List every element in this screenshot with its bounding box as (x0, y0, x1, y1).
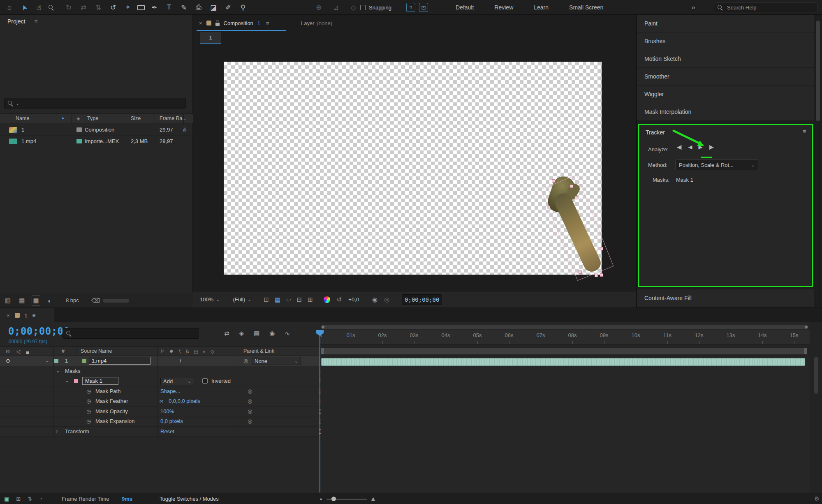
method-dropdown[interactable]: Position, Scale & Rot... ⌄ (675, 160, 758, 170)
column-source-name[interactable]: Source Name (81, 348, 112, 354)
help-search-input[interactable] (726, 4, 814, 11)
snap-beyond-edges-icon[interactable]: ⊡ (419, 3, 428, 12)
scrollbar-thumb[interactable] (816, 21, 820, 121)
expand-transfer-controls-icon[interactable]: ⊞ (16, 496, 21, 502)
panel-menu-icon[interactable]: ≡ (803, 128, 806, 134)
mask-color-swatch[interactable] (74, 379, 78, 383)
interpret-footage-icon[interactable]: ▥ (5, 297, 11, 304)
workspace-learn[interactable]: Learn (534, 4, 549, 11)
clone-stamp-tool-icon[interactable]: ⎙ (193, 3, 204, 12)
snapshot-icon[interactable]: ◉ (372, 296, 377, 303)
property-pickwhip-icon[interactable]: ◎ (248, 408, 252, 414)
grid-and-guides-icon[interactable]: ⊡ (264, 296, 269, 303)
tab-number[interactable]: 1 (257, 20, 260, 26)
group-expand-chevron-icon[interactable]: ⌄ (56, 368, 60, 374)
column-name[interactable]: Name (16, 116, 29, 121)
new-composition-icon[interactable]: ▦ (33, 297, 39, 304)
shy-switch-icon[interactable]: ⚐ (160, 349, 165, 354)
timeline-search-box[interactable] (63, 328, 199, 339)
panel-item-mask-interpolation[interactable]: Mask Interpolation (637, 103, 814, 121)
stopwatch-icon[interactable]: ◷ (86, 408, 91, 414)
analyze-1-frame-backward-button[interactable]: ◀| (677, 144, 681, 150)
transform-reset[interactable]: Reset (160, 428, 174, 435)
mask-vertex-handle[interactable] (600, 247, 603, 250)
mask-vertex-handle[interactable] (595, 274, 598, 277)
project-search-box[interactable]: ⌄ (4, 98, 186, 109)
snapping-checkbox[interactable] (360, 5, 366, 10)
panel-menu-icon[interactable]: ≡ (35, 18, 38, 24)
masks-value[interactable]: Mask 1 (676, 177, 693, 183)
composition-selector-tab[interactable]: 1 (200, 32, 221, 44)
column-type[interactable]: Type (87, 116, 98, 121)
property-row-mask-expansion[interactable]: ◷ Mask Expansion 0,0 pixels ◎ (0, 416, 320, 427)
inverted-checkbox[interactable] (202, 378, 208, 384)
quality-switch[interactable]: / (180, 358, 181, 364)
show-snapshot-icon[interactable]: ◎ (384, 296, 389, 303)
time-ruler[interactable]: 0s01s02s03s04s05s06s07s08s09s10s11s12s13… (320, 330, 810, 344)
time-navigator-bar[interactable] (321, 325, 808, 329)
toggle-switches-modes-button[interactable]: Toggle Switches / Modes (160, 496, 219, 502)
column-size[interactable]: Size (131, 116, 141, 121)
stopwatch-icon[interactable]: ◷ (86, 418, 91, 424)
panel-menu-icon[interactable]: ≡ (266, 20, 269, 26)
pan-behind-tool-icon[interactable]: ⌖ (123, 3, 133, 12)
timeline-composition-tab[interactable]: × 1 ≡ (0, 308, 54, 322)
masks-group-row[interactable]: ⌄ Masks (0, 366, 320, 377)
tab-label[interactable]: 1 (25, 312, 28, 319)
panel-item-content-aware-fill[interactable]: Content-Aware Fill (637, 289, 815, 307)
region-of-interest-icon[interactable]: ⊟ (297, 296, 302, 303)
label-column-icon[interactable]: ◈ (76, 116, 80, 121)
search-options-caret-icon[interactable]: ⌄ (16, 101, 19, 106)
timeline-zoom-handle[interactable] (331, 497, 336, 501)
channel-color-wheel-icon[interactable] (324, 296, 330, 303)
orbit-camera-tool-icon[interactable]: ↻ (63, 3, 74, 12)
group-label[interactable]: Masks (65, 368, 81, 374)
expand-in-out-icon[interactable]: ⇅ (28, 496, 32, 502)
mask-vertex-handle[interactable] (579, 270, 582, 274)
parent-dropdown[interactable]: None ⌄ (252, 357, 301, 365)
navigator-start-handle[interactable] (322, 326, 324, 328)
timeline-search-input[interactable] (74, 330, 195, 337)
mask-expand-chevron-icon[interactable]: ⌄ (65, 378, 69, 384)
horizontal-scrollbar-thumb[interactable] (103, 299, 129, 303)
stopwatch-icon[interactable]: ◷ (86, 398, 91, 404)
snap-features-icon[interactable]: ⌗ (406, 3, 415, 12)
workspace-small-screen[interactable]: Small Screen (569, 4, 603, 11)
panel-item-brushes[interactable]: Brushes (637, 32, 814, 50)
mask-vertex-handle[interactable] (547, 206, 550, 209)
effects-switch-icon[interactable]: fx (185, 349, 189, 355)
magnification-dropdown[interactable]: 100%⌄ (200, 296, 220, 303)
work-area-end-handle[interactable] (804, 348, 807, 354)
column-frame-rate[interactable]: Frame Ra... (160, 116, 187, 121)
property-row-mask-opacity[interactable]: ◷ Mask Opacity 100% ◎ (0, 407, 320, 417)
selection-tool-icon[interactable]: ➤ (18, 1, 30, 14)
rotation-tool-icon[interactable]: ↺ (108, 3, 118, 12)
mask-vertex-handle[interactable] (600, 273, 603, 277)
transparency-grid-icon[interactable]: ▦ (275, 296, 280, 303)
mask-vertex-handle[interactable] (552, 179, 555, 183)
graph-editor-icon[interactable]: ∿ (285, 330, 290, 337)
type-tool-icon[interactable]: T (164, 3, 174, 12)
property-value[interactable]: 100% (160, 408, 174, 414)
work-area-bar[interactable] (321, 348, 807, 354)
project-search-input[interactable] (22, 100, 182, 107)
group-label[interactable]: Transform (65, 428, 89, 435)
zoom-in-mountain-icon[interactable]: ▲ (370, 495, 376, 502)
axis-local-icon[interactable]: ⊕ (313, 3, 324, 12)
draft-3d-icon[interactable]: ◈ (239, 330, 244, 337)
used-in-icon[interactable]: ⋔ (183, 127, 187, 133)
exposure-value[interactable]: +0,0 (348, 296, 359, 303)
column-number[interactable]: # (62, 348, 65, 354)
layer-expand-chevron-icon[interactable]: ⌄ (45, 358, 49, 363)
mask-mode-dropdown[interactable]: Add ⌄ (160, 377, 194, 385)
layer-tab[interactable]: Layer (none) (301, 15, 332, 31)
viewer-timecode[interactable]: 0;00;00;00 (402, 294, 442, 305)
view-layout-icon[interactable]: ⊞ (308, 296, 313, 303)
hand-tool-icon[interactable]: ☝ (34, 3, 44, 12)
settings-gear-icon[interactable]: ⚙ (814, 495, 820, 502)
new-folder-icon[interactable]: ▤ (19, 297, 25, 304)
pan-camera-tool-icon[interactable]: ⇄ (78, 3, 89, 12)
help-search-box[interactable] (714, 2, 817, 12)
collapse-transformations-switch-icon[interactable]: ✹ (169, 349, 174, 354)
close-icon[interactable]: × (199, 20, 202, 26)
